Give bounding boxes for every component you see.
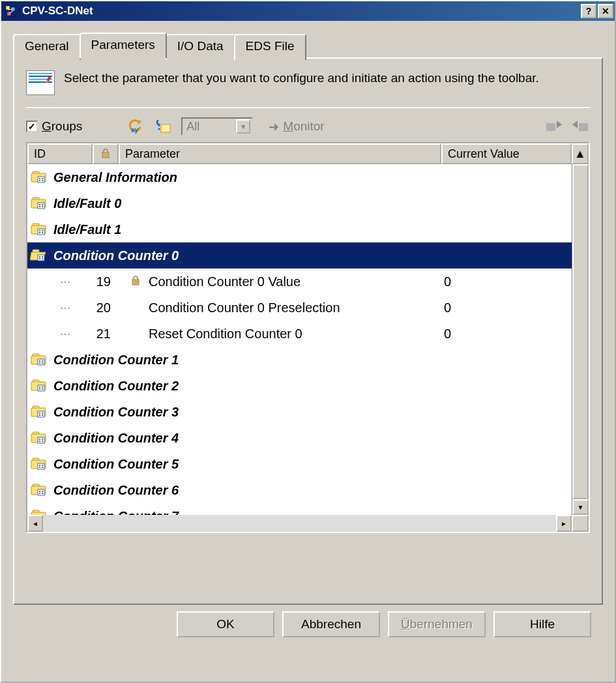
- tab-edsfile[interactable]: EDS File: [234, 34, 306, 60]
- group-row[interactable]: General Information: [27, 164, 572, 190]
- scroll-right-button[interactable]: ►: [556, 515, 572, 532]
- svg-rect-63: [42, 413, 43, 414]
- tab-general[interactable]: General: [13, 34, 81, 60]
- group-label: Condition Counter 4: [53, 431, 569, 446]
- query-icon[interactable]: [154, 117, 172, 136]
- app-icon: [4, 4, 18, 18]
- group-row[interactable]: Idle/Fault 0: [27, 190, 572, 216]
- groups-label-rest: roups: [51, 119, 83, 133]
- param-id: 21: [86, 327, 123, 342]
- titlebar[interactable]: CPV-SC-DNet ? ✕: [1, 1, 615, 21]
- svg-rect-21: [39, 180, 40, 181]
- apply-button: Übernehmen: [388, 611, 486, 637]
- svg-rect-18: [38, 177, 44, 182]
- folder-icon: [30, 456, 48, 473]
- scrollbar-thumb[interactable]: [572, 164, 589, 499]
- help-button[interactable]: Hilfe: [493, 611, 591, 637]
- svg-marker-12: [557, 121, 562, 128]
- cancel-button[interactable]: Abbrechen: [282, 611, 380, 637]
- tab-iodata[interactable]: I/O Data: [166, 34, 235, 60]
- dialog-window: CPV-SC-DNet ? ✕ General Parameters I/O D…: [0, 0, 616, 683]
- svg-rect-57: [39, 388, 40, 390]
- group-row[interactable]: Condition Counter 0: [27, 242, 572, 269]
- svg-rect-25: [38, 203, 44, 209]
- groups-accel: G: [42, 119, 51, 133]
- group-row[interactable]: Condition Counter 2: [27, 373, 572, 399]
- svg-rect-42: [39, 258, 40, 259]
- column-parameter[interactable]: Parameter: [119, 143, 441, 164]
- group-row[interactable]: Condition Counter 6: [27, 477, 572, 503]
- groups-checkbox[interactable]: Groups: [26, 119, 82, 134]
- dropdown-arrow-icon: ▼: [236, 119, 250, 134]
- param-value: 0: [439, 300, 569, 315]
- svg-rect-35: [39, 232, 40, 233]
- download-icon: [572, 117, 590, 136]
- svg-marker-7: [136, 121, 141, 124]
- svg-rect-51: [42, 362, 43, 364]
- scroll-up-button[interactable]: ▲: [572, 143, 589, 164]
- monitor-accel: M: [283, 119, 293, 133]
- svg-rect-65: [42, 414, 43, 416]
- column-id[interactable]: ID: [27, 143, 93, 164]
- svg-rect-9: [161, 124, 170, 132]
- svg-rect-79: [42, 467, 43, 468]
- group-label: General Information: [53, 170, 569, 185]
- help-button[interactable]: ?: [581, 4, 596, 18]
- group-row[interactable]: Condition Counter 4: [27, 425, 572, 451]
- svg-rect-72: [42, 441, 43, 442]
- svg-rect-41: [42, 256, 43, 257]
- arrow-right-icon: ➜: [269, 119, 279, 134]
- scroll-left-button[interactable]: ◄: [27, 515, 43, 532]
- restore-defaults-icon[interactable]: xy: [126, 117, 145, 136]
- svg-rect-28: [39, 206, 40, 207]
- horizontal-scrollbar[interactable]: ◄ ►: [27, 515, 589, 532]
- filter-value: All: [186, 120, 236, 134]
- tab-parameters[interactable]: Parameters: [80, 33, 167, 59]
- parameter-row[interactable]: ⋯20Condition Counter 0 Preselection0: [27, 295, 572, 321]
- upload-icon: [544, 117, 563, 136]
- filter-dropdown: All ▼: [181, 117, 253, 136]
- tree-connector-icon: ⋯: [60, 302, 86, 314]
- folder-icon: [30, 403, 48, 421]
- monitor-button: ➜ Monitor: [262, 118, 330, 136]
- close-button[interactable]: ✕: [598, 4, 613, 18]
- param-value: 0: [439, 274, 569, 289]
- checkbox-icon: [26, 121, 38, 132]
- ok-button[interactable]: OK: [177, 611, 274, 637]
- svg-rect-19: [39, 178, 40, 179]
- svg-rect-36: [42, 232, 43, 233]
- svg-rect-47: [38, 359, 44, 365]
- svg-rect-33: [39, 230, 40, 231]
- param-lock: [123, 274, 149, 289]
- svg-rect-29: [42, 206, 43, 207]
- svg-rect-64: [39, 414, 40, 416]
- parameter-row[interactable]: ⋯19Condition Counter 0 Value0: [27, 269, 572, 295]
- svg-rect-68: [38, 437, 44, 443]
- group-row[interactable]: Condition Counter 3: [27, 399, 572, 425]
- scroll-down-button[interactable]: ▼: [572, 499, 589, 515]
- svg-rect-55: [39, 386, 40, 388]
- description-icon: [26, 70, 55, 95]
- svg-rect-82: [38, 489, 44, 495]
- vertical-scrollbar[interactable]: ▼: [572, 164, 589, 515]
- group-row[interactable]: Condition Counter 1: [27, 347, 572, 373]
- folder-icon: [30, 429, 48, 447]
- group-row[interactable]: Idle/Fault 1: [27, 216, 572, 242]
- svg-rect-22: [42, 180, 43, 181]
- scrollbar-corner: [572, 515, 589, 532]
- svg-rect-27: [42, 204, 43, 205]
- svg-rect-13: [579, 123, 588, 131]
- parameter-list: ID Parameter Current Value ▲ General Inf…: [26, 142, 590, 533]
- svg-rect-83: [39, 491, 40, 492]
- column-value[interactable]: Current Value: [441, 143, 572, 164]
- group-label: Condition Counter 2: [53, 379, 569, 394]
- column-lock[interactable]: [93, 143, 119, 164]
- parameter-row[interactable]: ⋯21Reset Condition Counter 00: [27, 321, 572, 347]
- svg-point-10: [158, 128, 160, 130]
- svg-rect-0: [6, 6, 10, 10]
- group-row[interactable]: Condition Counter 5: [27, 451, 572, 477]
- group-row[interactable]: Condition Counter 7: [27, 503, 572, 515]
- svg-rect-20: [42, 178, 43, 179]
- folder-icon: [30, 351, 48, 369]
- param-label: Condition Counter 0 Value: [149, 274, 439, 289]
